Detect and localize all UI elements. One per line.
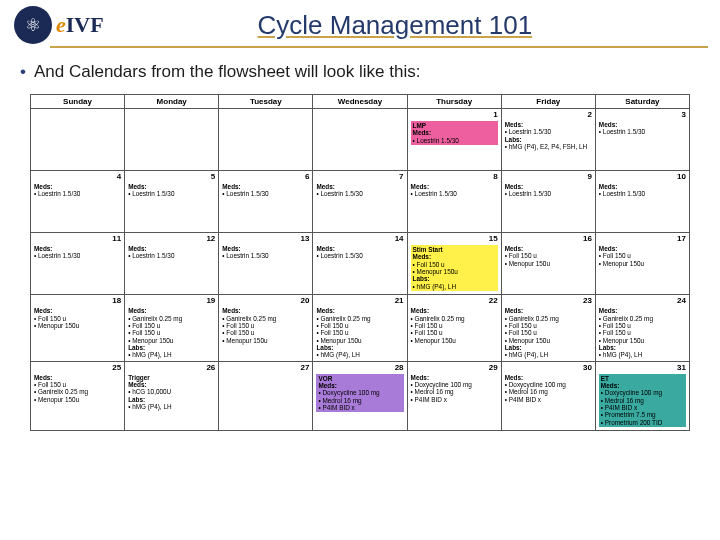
calendar-day-cell: 30Meds:• Doxycycline 100 mg• Medrol 16 m… (501, 361, 595, 431)
cell-line: • Foll 150 u (222, 322, 309, 329)
cell-line: Meds: (222, 183, 309, 190)
cell-line: Meds: (601, 382, 684, 389)
cell-line: LMP (413, 122, 496, 129)
cell-line: Meds: (34, 183, 121, 190)
cell-line: • Menopur 150u (505, 260, 592, 267)
cell-line: • Loestrin 1.5/30 (599, 190, 686, 197)
day-number: 6 (305, 172, 309, 181)
day-content: Meds:• Loestrin 1.5/30 (599, 111, 686, 136)
calendar-day-cell: 5Meds:• Loestrin 1.5/30 (125, 171, 219, 233)
calendar-day-cell (313, 109, 407, 171)
day-number: 15 (489, 234, 498, 243)
cell-line: • Doxycycline 100 mg (601, 389, 684, 396)
cell-line: • Menopur 150u (316, 337, 403, 344)
cell-line: • Loestrin 1.5/30 (34, 190, 121, 197)
cell-line: Meds: (411, 307, 498, 314)
calendar-day-cell: 17Meds:• Foll 150 u• Menopur 150u (595, 233, 689, 295)
day-content: Meds:• Loestrin 1.5/30Labs:• hMG (P4), E… (505, 111, 592, 150)
day-content: Meds:• Ganirelix 0.25 mg• Foll 150 u• Fo… (128, 297, 215, 359)
cell-line: Meds: (599, 183, 686, 190)
calendar-day-cell: 8Meds:• Loestrin 1.5/30 (407, 171, 501, 233)
cell-line: • Ganirelix 0.25 mg (411, 315, 498, 322)
cell-line: • Menopur 150u (411, 337, 498, 344)
cell-line: • Medrol 16 mg (505, 388, 592, 395)
day-content: Meds:• Loestrin 1.5/30 (222, 235, 309, 260)
calendar-day-cell: 12Meds:• Loestrin 1.5/30 (125, 233, 219, 295)
cell-line: • Menopur 150u (599, 260, 686, 267)
day-content: Meds:• Doxycycline 100 mg• Medrol 16 mg•… (411, 364, 498, 403)
day-content: VORMeds:• Doxycycline 100 mg• Medrol 16 … (316, 364, 403, 413)
calendar-day-cell: 25Meds:• Foll 150 u• Ganirelix 0.25 mg• … (31, 361, 125, 431)
cell-line: • Foll 150 u (222, 329, 309, 336)
day-content: Meds:• Ganirelix 0.25 mg• Foll 150 u• Fo… (505, 297, 592, 359)
cell-line: Meds: (128, 245, 215, 252)
calendar-day-cell: 23Meds:• Ganirelix 0.25 mg• Foll 150 u• … (501, 295, 595, 362)
day-content: Meds:• Loestrin 1.5/30 (505, 173, 592, 198)
highlight-block: Stim StartMeds:• Foll 150 u• Menopur 150… (411, 245, 498, 291)
cell-line: • Foll 150 u (316, 329, 403, 336)
cell-line: Labs: (599, 344, 686, 351)
day-content: Meds:• Foll 150 u• Menopur 150u (34, 297, 121, 329)
day-number: 27 (301, 363, 310, 372)
calendar-header-cell: Thursday (407, 95, 501, 109)
cell-line: Trigger (128, 374, 215, 381)
cell-line: • Menopur 150u (599, 337, 686, 344)
cell-line: • Loestrin 1.5/30 (411, 190, 498, 197)
day-number: 31 (677, 363, 686, 372)
calendar-day-cell: 11Meds:• Loestrin 1.5/30 (31, 233, 125, 295)
day-content: Meds:• Loestrin 1.5/30 (222, 173, 309, 198)
day-number: 8 (493, 172, 497, 181)
cell-line: • Doxycycline 100 mg (318, 389, 401, 396)
day-content: Meds:• Foll 150 u• Menopur 150u (505, 235, 592, 267)
cell-line: • P4IM BID x (411, 396, 498, 403)
cell-line: Meds: (318, 382, 401, 389)
cell-line: • Foll 150 u (34, 381, 121, 388)
cell-line: Meds: (34, 245, 121, 252)
cell-line: Meds: (599, 245, 686, 252)
cell-line: Meds: (599, 307, 686, 314)
calendar-day-cell: 18Meds:• Foll 150 u• Menopur 150u (31, 295, 125, 362)
cell-line: Meds: (413, 129, 496, 136)
day-content: Meds:• Loestrin 1.5/30 (316, 235, 403, 260)
day-number: 30 (583, 363, 592, 372)
calendar-header-cell: Saturday (595, 95, 689, 109)
cell-line: • Loestrin 1.5/30 (222, 252, 309, 259)
day-number: 20 (301, 296, 310, 305)
day-content: Meds:• Loestrin 1.5/30 (34, 173, 121, 198)
calendar-day-cell: 22Meds:• Ganirelix 0.25 mg• Foll 150 u• … (407, 295, 501, 362)
cell-line: VOR (318, 375, 401, 382)
calendar-header-cell: Tuesday (219, 95, 313, 109)
day-number: 29 (489, 363, 498, 372)
day-content (222, 364, 309, 374)
calendar-day-cell: 29Meds:• Doxycycline 100 mg• Medrol 16 m… (407, 361, 501, 431)
bullet-icon: • (20, 62, 34, 81)
calendar-day-cell: 19Meds:• Ganirelix 0.25 mg• Foll 150 u• … (125, 295, 219, 362)
calendar-week-row: 18Meds:• Foll 150 u• Menopur 150u19Meds:… (31, 295, 690, 362)
calendar-week-row: 25Meds:• Foll 150 u• Ganirelix 0.25 mg• … (31, 361, 690, 431)
calendar-head: SundayMondayTuesdayWednesdayThursdayFrid… (31, 95, 690, 109)
cell-line: Meds: (413, 253, 496, 260)
cell-line: • Foll 150 u (599, 252, 686, 259)
cell-line: Meds: (222, 245, 309, 252)
cell-line: • Loestrin 1.5/30 (599, 128, 686, 135)
calendar-week-row: 4Meds:• Loestrin 1.5/305Meds:• Loestrin … (31, 171, 690, 233)
day-number: 1 (493, 110, 497, 119)
day-number: 18 (112, 296, 121, 305)
cell-line: • Loestrin 1.5/30 (505, 128, 592, 135)
day-content: LMPMeds:• Loestrin 1.5/30 (411, 111, 498, 145)
day-content: Meds:• Loestrin 1.5/30 (128, 235, 215, 260)
calendar-day-cell (125, 109, 219, 171)
cell-line: • Prometrim 7.5 mg (601, 411, 684, 418)
day-number: 10 (677, 172, 686, 181)
day-number: 12 (206, 234, 215, 243)
day-number: 5 (211, 172, 215, 181)
logo: ⚛ eIVF (14, 6, 104, 44)
cell-line: Labs: (505, 344, 592, 351)
cell-line: Meds: (222, 307, 309, 314)
logo-text: eIVF (56, 12, 104, 38)
day-content: Meds:• Loestrin 1.5/30 (316, 173, 403, 198)
cell-line: • hMG (P4), LH (128, 403, 215, 410)
cell-line: • Loestrin 1.5/30 (413, 137, 496, 144)
day-content: Meds:• Ganirelix 0.25 mg• Foll 150 u• Fo… (411, 297, 498, 344)
cell-line: • Foll 150 u (505, 322, 592, 329)
